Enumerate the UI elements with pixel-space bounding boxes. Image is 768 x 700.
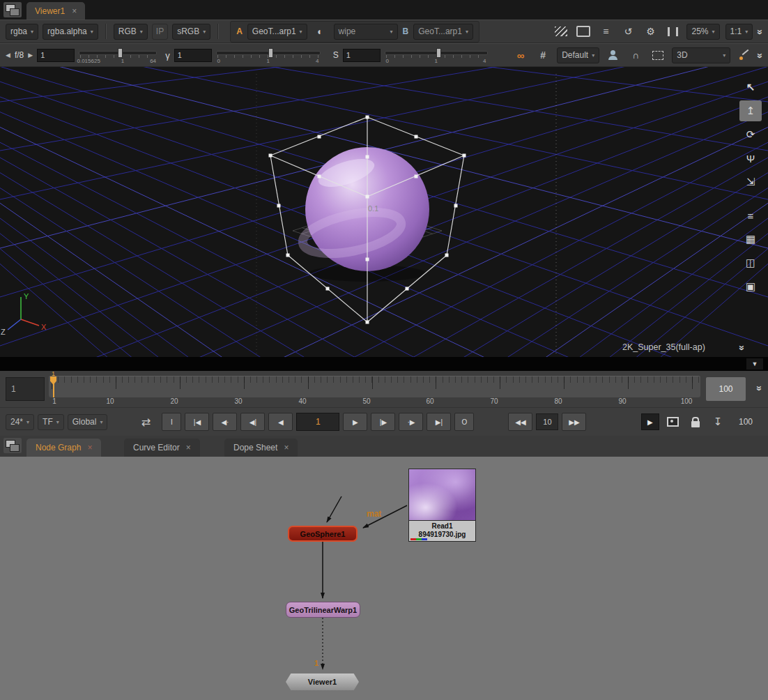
next-keyframe-button[interactable]: ·▶ xyxy=(399,413,423,431)
playhead[interactable] xyxy=(50,376,57,397)
in-point-button[interactable]: I xyxy=(162,413,181,431)
viewer-process-dropdown[interactable]: Default ▾ xyxy=(557,47,599,63)
proxy-ratio-dropdown[interactable]: 1:1 ▾ xyxy=(725,24,753,40)
timeline-end-frame[interactable]: 100 xyxy=(706,377,746,401)
collapse-chevrons-icon[interactable]: » xyxy=(755,53,766,57)
viewer-toolbar2-right: ∞ # Default ▾ ∩ 3D ▾ » xyxy=(512,47,762,63)
playback-loop-icon[interactable]: ⇄ xyxy=(137,414,154,429)
guides-grid-icon[interactable]: # xyxy=(535,47,551,63)
info-strip-dropdown-icon[interactable]: ▼ xyxy=(746,358,763,370)
alpha-dropdown[interactable]: rgba.alpha ▾ xyxy=(43,24,98,40)
geosphere1-label: GeoSphere1 xyxy=(300,530,346,538)
gizmo-overlay-icon[interactable] xyxy=(736,47,753,63)
layer-list-icon[interactable]: ≡ xyxy=(597,24,614,39)
gain-prev-icon[interactable]: ◀ xyxy=(6,52,10,59)
joint-tool-icon[interactable]: Ψ xyxy=(739,148,762,169)
prev-keyframe-button[interactable]: ◀· xyxy=(213,413,237,431)
range-mode-dropdown[interactable]: Global ▾ xyxy=(68,414,108,430)
stereo-glasses-icon[interactable]: ∞ xyxy=(512,47,529,63)
wipe-mode-dropdown[interactable]: wipe ▾ xyxy=(334,24,398,40)
a-input-dropdown[interactable]: GeoT...arp1 ▾ xyxy=(247,24,307,40)
tab-dope-sheet[interactable]: Dope Sheet × xyxy=(224,439,298,457)
layout-split-icon[interactable]: ◫ xyxy=(739,252,762,273)
input-process-button[interactable]: IP xyxy=(152,24,168,40)
fps-dropdown[interactable]: 24* ▾ xyxy=(6,414,34,430)
viewer-tabbar: Viewer1 × xyxy=(0,0,768,20)
translate-tool-icon[interactable]: ↥ xyxy=(739,100,762,121)
frame-increment-field[interactable] xyxy=(536,413,558,430)
render-download-icon[interactable]: ↧ xyxy=(709,414,726,429)
timeline-collapse-chevrons-icon[interactable]: » xyxy=(754,386,765,390)
node-geotrilinearwarp1[interactable]: GeoTrilinearWarp1 xyxy=(286,602,360,618)
node-viewer1[interactable]: Viewer1 xyxy=(286,674,359,690)
gain-next-icon[interactable]: ▶ xyxy=(28,52,33,59)
tab-curve-editor[interactable]: Curve Editor × xyxy=(124,439,200,457)
display-mode-dropdown[interactable]: RGB ▾ xyxy=(114,24,148,40)
refresh-icon[interactable]: ↺ xyxy=(620,24,636,39)
out-point-button[interactable]: O xyxy=(454,413,474,431)
viewport-collapse-chevrons-icon[interactable]: » xyxy=(737,345,748,349)
chevron-down-icon: ▾ xyxy=(26,419,29,425)
close-icon[interactable]: × xyxy=(186,443,191,452)
collapse-chevrons-icon[interactable]: » xyxy=(755,29,766,33)
viewer-3d-viewport[interactable]: 0.1 Y X Z 2K_Super_35(full-ap) ↖ ↥ ⟳ Ψ ⇲… xyxy=(0,67,768,357)
snapshot-icon[interactable] xyxy=(665,414,682,429)
node-read1[interactable]: Read1 894919730.jpg xyxy=(408,469,476,542)
roi-stripes-icon[interactable] xyxy=(553,24,569,39)
saturation-field[interactable] xyxy=(343,49,381,62)
gamma-field[interactable] xyxy=(174,49,212,62)
timeline-ruler[interactable] xyxy=(49,376,700,397)
gain-field[interactable] xyxy=(37,49,75,62)
collaboration-people-icon[interactable] xyxy=(605,47,622,63)
warp-cube-wireframe[interactable] xyxy=(270,117,464,322)
tab-node-graph[interactable]: Node Graph × xyxy=(26,439,101,457)
flipbook-button[interactable]: ▶ xyxy=(641,413,659,430)
jump-forward-button[interactable]: ▶▶ xyxy=(562,413,586,431)
close-icon[interactable]: × xyxy=(87,443,92,452)
node-graph-canvas[interactable]: mat 1 Read1 894919730.jpg GeoSphere1 Geo… xyxy=(0,457,768,700)
gain-slider[interactable]: 0.015625 1 64 xyxy=(79,45,157,66)
channels-dropdown[interactable]: rgba ▾ xyxy=(6,24,38,40)
rotate-tool-icon[interactable]: ⟳ xyxy=(739,124,762,145)
split-bars-icon[interactable]: ≡ xyxy=(739,205,762,226)
viewport-3d-scene[interactable]: 0.1 Y X Z 2K_Super_35(full-ap) xyxy=(0,67,768,357)
wipe-dial-icon[interactable]: ◐ xyxy=(312,24,329,39)
current-frame-field[interactable]: 1 xyxy=(296,413,339,431)
step-back-button[interactable]: ◀| xyxy=(240,413,265,431)
settings-gear-icon[interactable]: ⚙ xyxy=(642,24,659,39)
saturation-slider[interactable]: 0 1 4 xyxy=(385,45,488,66)
jump-back-button[interactable]: ◀◀ xyxy=(508,413,532,431)
close-icon[interactable]: × xyxy=(284,443,289,452)
sphere-3d[interactable] xyxy=(299,147,429,282)
pause-icon[interactable] xyxy=(664,24,681,39)
layout-grid-icon[interactable]: ▦ xyxy=(739,229,762,250)
node-geosphere1[interactable]: GeoSphere1 xyxy=(288,526,358,542)
gamma-slider[interactable]: 0 1 4 xyxy=(216,45,321,66)
goto-start-button[interactable]: |◀ xyxy=(185,413,209,431)
colorspace-dropdown[interactable]: sRGB ▾ xyxy=(172,24,210,40)
step-forward-button[interactable]: |▶ xyxy=(371,413,395,431)
ab-compare-group: A GeoT...arp1 ▾ ◐ wipe ▾ B GeoT...arp1 ▾ xyxy=(230,21,479,43)
cursor-select-icon[interactable]: ↖ xyxy=(739,77,762,98)
timeline-start-frame[interactable]: 1 xyxy=(6,377,45,401)
pane-menu-icon[interactable] xyxy=(3,2,22,17)
scale-tool-icon[interactable]: ⇲ xyxy=(739,172,762,192)
b-input-dropdown[interactable]: GeoT...arp1 ▾ xyxy=(413,24,473,40)
view-mode-dropdown[interactable]: 3D ▾ xyxy=(672,47,730,63)
rolloff-curve-icon[interactable]: ∩ xyxy=(627,47,644,63)
region-select-icon[interactable] xyxy=(650,47,666,63)
play-backward-button[interactable]: ◀ xyxy=(268,413,293,431)
goto-end-button[interactable]: ▶| xyxy=(427,413,451,431)
monitor-output-icon[interactable] xyxy=(575,24,592,39)
axis-x-label: X xyxy=(41,323,47,331)
lock-range-icon[interactable] xyxy=(687,414,704,429)
fit-frame-icon[interactable]: ▣ xyxy=(739,276,762,297)
format-label: 2K_Super_35(full-ap) xyxy=(622,342,705,352)
zoom-dropdown[interactable]: 25% ▾ xyxy=(686,24,719,40)
play-forward-button[interactable]: ▶ xyxy=(343,413,367,431)
tab-viewer1[interactable]: Viewer1 × xyxy=(26,2,85,20)
pane-menu-icon[interactable] xyxy=(3,438,22,453)
close-icon[interactable]: × xyxy=(72,6,77,16)
chevron-down-icon: ▾ xyxy=(140,29,143,35)
tf-dropdown[interactable]: TF ▾ xyxy=(38,414,64,430)
